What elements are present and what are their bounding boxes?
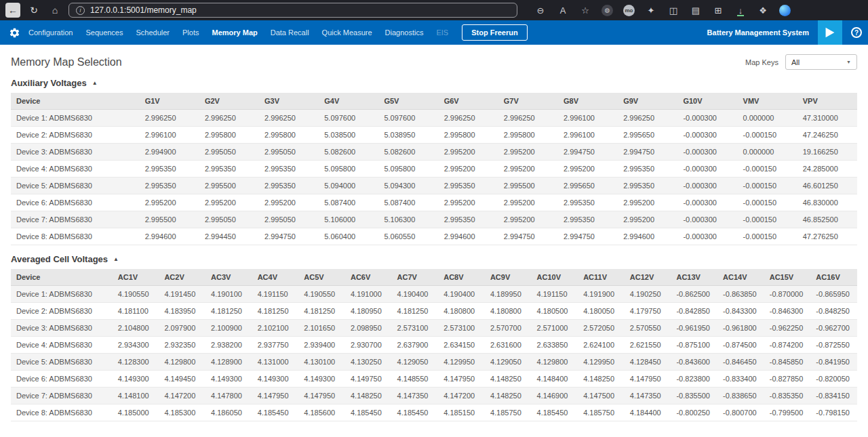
value-cell: 4.183950 — [159, 303, 205, 320]
collections-icon[interactable]: ⊞ — [712, 4, 724, 16]
value-cell: 2.995200 — [259, 194, 319, 211]
value-cell: 4.184400 — [625, 404, 671, 421]
table-row: Device 1: ADBMS68304.1905504.1914504.190… — [11, 286, 857, 303]
device-cell: Device 6: ADBMS6830 — [11, 371, 113, 388]
browser-essentials-icon[interactable]: ❖ — [757, 4, 769, 16]
column-header: G6V — [439, 93, 498, 110]
value-cell: 4.129050 — [485, 354, 532, 371]
home-button[interactable]: ⌂ — [47, 3, 62, 18]
zoom-out-icon[interactable]: ⊖ — [534, 4, 547, 16]
value-cell: 2.571000 — [532, 320, 578, 337]
map-keys-value: All — [791, 58, 800, 66]
nav-item-sequences[interactable]: Sequences — [85, 28, 123, 37]
column-header: VMV — [738, 93, 797, 110]
value-cell: 2.098950 — [345, 320, 392, 337]
value-cell: 2.996100 — [140, 127, 199, 144]
value-cell: 4.147200 — [159, 388, 205, 404]
extension-badge-icon[interactable]: ◍ — [601, 5, 613, 16]
value-cell: 2.996250 — [259, 110, 319, 127]
nav-item-quick-measure[interactable]: Quick Measure — [322, 28, 372, 37]
nav-item-configuration[interactable]: Configuration — [28, 28, 73, 37]
value-cell: 4.185150 — [438, 404, 485, 421]
value-cell: 24.285000 — [797, 161, 857, 178]
url-text: 127.0.0.1:5001/memory_map — [90, 5, 197, 15]
main-content: Memory Map Selection Map Keys All ▼ Auxi… — [0, 45, 868, 421]
value-cell: 4.191900 — [578, 286, 625, 303]
device-cell: Device 4: ADBMS6830 — [11, 337, 113, 354]
back-button[interactable]: ← — [5, 3, 20, 18]
value-cell: 4.147950 — [625, 371, 671, 388]
value-cell: 4.130100 — [298, 354, 345, 371]
nav-item-memory-map[interactable]: Memory Map — [212, 28, 258, 37]
value-cell: 4.148250 — [345, 388, 392, 404]
value-cell: -0.843300 — [717, 303, 764, 320]
help-icon[interactable]: ? — [851, 27, 862, 38]
value-cell: 2.994750 — [618, 144, 677, 161]
value-cell: 4.148250 — [485, 371, 532, 388]
column-header: G2V — [199, 93, 259, 110]
value-cell: -0.823800 — [671, 371, 717, 388]
device-cell: Device 3: ADBMS6830 — [11, 144, 140, 161]
device-cell: Device 8: ADBMS6830 — [11, 228, 140, 245]
value-cell: 4.180050 — [578, 303, 625, 320]
stop-freerun-button[interactable]: Stop Freerun — [462, 24, 527, 41]
address-bar[interactable]: i 127.0.0.1:5001/memory_map — [68, 3, 517, 18]
add-favorite-icon[interactable]: ☆ — [579, 4, 591, 16]
value-cell: 4.179750 — [625, 303, 671, 320]
browser-toolbar: ← ↻ ⌂ i 127.0.0.1:5001/memory_map ⊖ A ☆ … — [0, 0, 868, 20]
value-cell: -0.000300 — [677, 161, 737, 178]
value-cell: 4.185450 — [532, 404, 578, 421]
value-cell: 2.995650 — [618, 127, 677, 144]
value-cell: -0.000150 — [738, 161, 797, 178]
value-cell: 47.310000 — [797, 110, 857, 127]
read-aloud-icon[interactable]: A — [557, 4, 569, 16]
nav-item-eis[interactable]: EIS — [436, 28, 448, 37]
column-header: AC9V — [485, 269, 532, 286]
auxiliary-voltages-table: DeviceG1VG2VG3VG4VG5VG6VG7VG8VG9VG10VVMV… — [11, 93, 857, 245]
nav-item-plots[interactable]: Plots — [182, 28, 199, 37]
extension-icon[interactable]: ✦ — [645, 4, 657, 16]
value-cell: 2.634150 — [438, 337, 485, 354]
value-cell: -0.799500 — [764, 404, 811, 421]
value-cell: 4.180950 — [345, 303, 392, 320]
value-cell: 4.190550 — [298, 286, 345, 303]
refresh-button[interactable]: ↻ — [26, 3, 41, 18]
copilot-icon[interactable] — [779, 5, 791, 16]
value-cell: -0.800700 — [717, 404, 764, 421]
value-cell: 5.095800 — [319, 161, 378, 178]
table-row: Device 2: ADBMS68302.9961002.9958002.995… — [11, 127, 857, 144]
value-cell: 2.994600 — [618, 228, 677, 245]
collapse-toggle-icon[interactable]: ▲ — [113, 256, 119, 262]
value-cell: 2.996250 — [618, 110, 677, 127]
favorites-bar-icon[interactable]: ▤ — [690, 4, 702, 16]
value-cell: 4.147950 — [298, 388, 345, 404]
site-info-icon[interactable]: i — [76, 6, 85, 15]
value-cell: 4.185750 — [578, 404, 625, 421]
value-cell: -0.827850 — [764, 371, 811, 388]
value-cell: 4.185750 — [485, 404, 532, 421]
value-cell: -0.000300 — [677, 127, 737, 144]
value-cell: -0.845850 — [764, 354, 811, 371]
value-cell: 4.149750 — [345, 371, 392, 388]
adi-logo[interactable] — [818, 20, 842, 45]
nav-item-data-recall[interactable]: Data Recall — [271, 28, 309, 37]
page-title: Memory Map Selection — [11, 56, 122, 68]
value-cell: 2.996250 — [140, 110, 199, 127]
value-cell: -0.863850 — [717, 286, 764, 303]
nav-item-scheduler[interactable]: Scheduler — [136, 28, 170, 37]
value-cell: 2.995350 — [140, 161, 199, 178]
nav-item-diagnostics[interactable]: Diagnostics — [385, 28, 424, 37]
profile-badge[interactable]: mo — [623, 5, 635, 16]
value-cell: 2.995800 — [439, 127, 498, 144]
device-cell: Device 6: ADBMS6830 — [11, 194, 140, 211]
device-cell: Device 8: ADBMS6830 — [11, 404, 113, 421]
map-keys-dropdown[interactable]: All ▼ — [785, 54, 857, 70]
value-cell: 4.190550 — [113, 286, 159, 303]
value-cell: 2.995200 — [618, 194, 677, 211]
settings-gear-icon[interactable] — [9, 27, 20, 39]
downloads-icon[interactable]: ↓ — [734, 4, 747, 16]
collapse-toggle-icon[interactable]: ▲ — [92, 80, 98, 86]
value-cell: 2.624100 — [578, 337, 625, 354]
value-cell: -0.834150 — [810, 388, 857, 404]
split-screen-icon[interactable]: ◫ — [667, 4, 679, 16]
